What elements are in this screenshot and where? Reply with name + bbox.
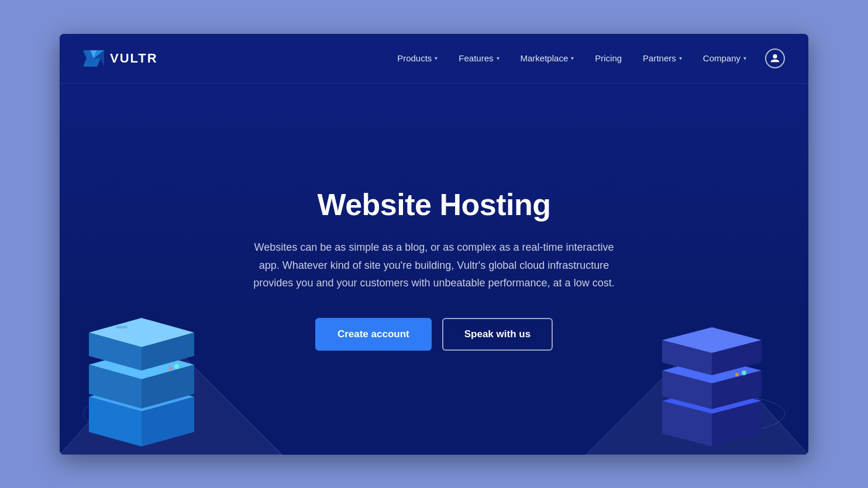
hero-buttons: Create account Speak with us <box>315 318 553 351</box>
chevron-down-icon: ▾ <box>743 55 746 61</box>
chevron-down-icon: ▾ <box>435 55 438 61</box>
chevron-down-icon: ▾ <box>571 55 574 61</box>
hero-section: Website Hosting Websites can be as simpl… <box>60 84 808 455</box>
svg-point-16 <box>169 366 173 370</box>
nav-links: Products ▾ Features ▾ Marketplace ▾ Pric… <box>387 49 785 68</box>
vultr-logo-icon <box>83 50 104 67</box>
server-illustration-left <box>77 300 229 455</box>
brand-name: VULTR <box>110 51 158 66</box>
server-illustration-right <box>656 312 791 455</box>
create-account-button[interactable]: Create account <box>315 318 432 351</box>
nav-item-features[interactable]: Features ▾ <box>448 49 509 68</box>
nav-item-products[interactable]: Products ▾ <box>387 49 448 68</box>
svg-rect-20 <box>115 326 128 328</box>
svg-point-30 <box>735 373 739 376</box>
browser-window: VULTR Products ▾ Features ▾ Marketplace … <box>60 34 808 455</box>
navbar: VULTR Products ▾ Features ▾ Marketplace … <box>60 34 808 84</box>
hero-title: Website Hosting <box>318 187 551 222</box>
nav-item-partners[interactable]: Partners ▾ <box>632 49 693 68</box>
svg-point-29 <box>742 371 746 375</box>
nav-item-pricing[interactable]: Pricing <box>584 49 632 68</box>
svg-point-15 <box>174 364 179 369</box>
hero-subtitle: Websites can be as simple as a blog, or … <box>250 238 618 292</box>
nav-item-company[interactable]: Company ▾ <box>693 49 757 68</box>
chevron-down-icon: ▾ <box>497 55 500 61</box>
chevron-down-icon: ▾ <box>679 55 682 61</box>
speak-with-us-button[interactable]: Speak with us <box>442 318 553 351</box>
nav-item-marketplace[interactable]: Marketplace ▾ <box>510 49 585 68</box>
logo[interactable]: VULTR <box>83 50 158 67</box>
user-account-icon[interactable] <box>765 49 785 68</box>
